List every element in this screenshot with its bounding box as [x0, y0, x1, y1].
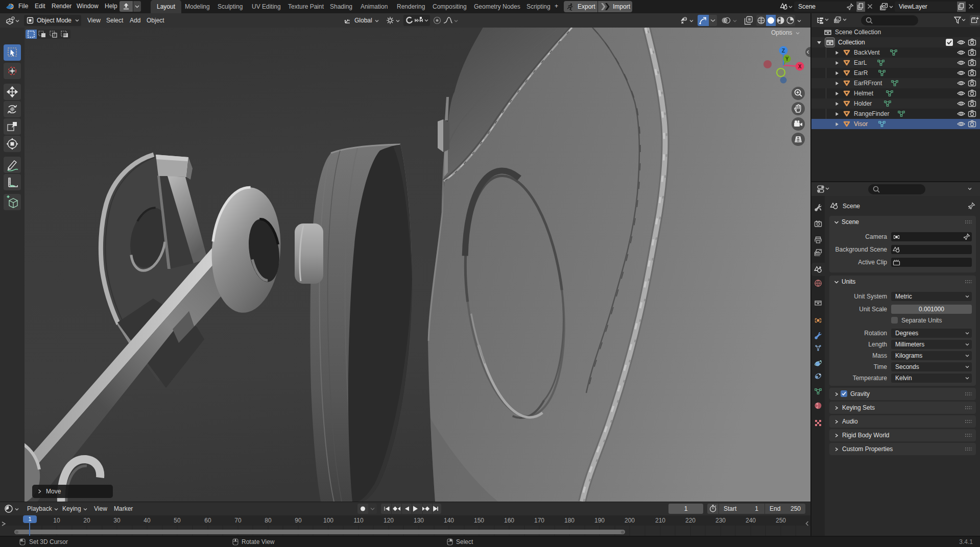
- svg-text:Y: Y: [785, 56, 789, 62]
- svg-text:X: X: [798, 64, 802, 69]
- svg-text:Z: Z: [782, 48, 785, 54]
